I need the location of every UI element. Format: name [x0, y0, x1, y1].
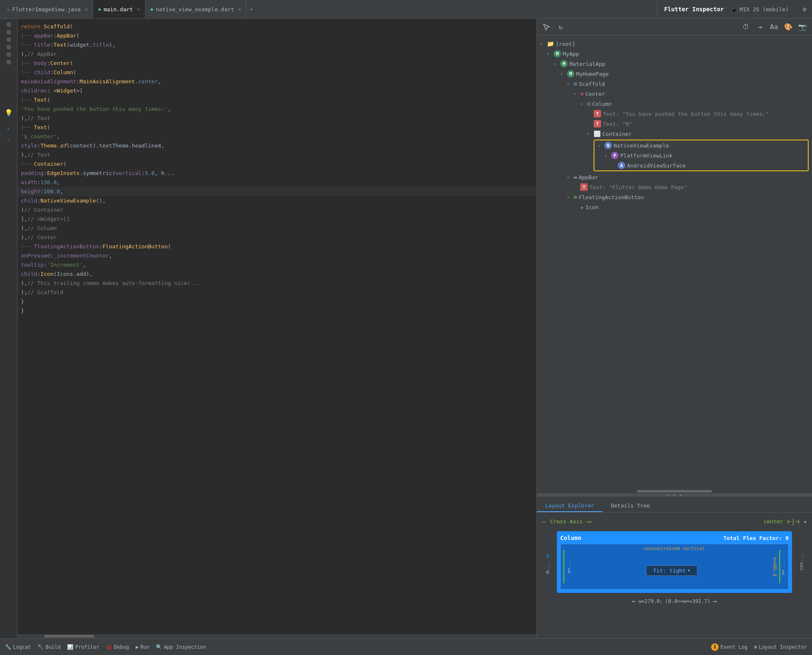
code-line-26: onPressed: _incrementCounter, — [18, 251, 536, 260]
left-gutter: 💡 ✓ + — [0, 19, 18, 638]
tab-dropdown[interactable]: ▾ — [246, 6, 256, 12]
column-inner-box: unconstrained vertical w=... fit: tight — [560, 544, 789, 590]
unconstrained-label: unconstrained vertical — [644, 546, 705, 551]
icon-node-icon: ★ — [580, 204, 584, 210]
cross-axis-dropdown[interactable]: ▾ — [804, 518, 807, 525]
h-scrollbar[interactable] — [18, 634, 536, 638]
tree-node-nativeview[interactable]: ▾ N NativeViewExample — [594, 140, 808, 150]
scrollbar-thumb[interactable] — [44, 635, 94, 638]
event-log-badge: 1 — [711, 643, 719, 651]
event-log-button[interactable]: 1 Event Log — [711, 643, 747, 651]
code-line-8: children: <Widget>[ — [18, 86, 536, 95]
tab-close-2[interactable]: ✕ — [238, 7, 241, 12]
gutter-dot-2 — [6, 30, 11, 35]
refresh-tree-button[interactable]: ↻ — [554, 21, 567, 33]
build-button[interactable]: 🔨 Build — [38, 644, 60, 650]
device-label: 📱 MIX 2S (mobile) — [731, 6, 789, 12]
code-line-3: └── title: Text(widget.title), — [18, 40, 536, 50]
code-line-24: ), // Center — [18, 233, 536, 242]
fit-dropdown-icon[interactable]: ▾ — [687, 568, 690, 573]
column-viz-wrapper: ↓ M... Column Total Flex Factor: 0 uncon… — [542, 531, 807, 593]
code-line-23: ), // Column — [18, 224, 536, 233]
tree-node-text-9[interactable]: T Text: "9" — [537, 119, 812, 129]
children-area: fit: tight ▾ — [574, 547, 769, 587]
tab-native-view[interactable]: ◆ native_view_example.dart ✕ — [145, 0, 247, 18]
tree-scrollbar-thumb[interactable] — [637, 490, 712, 492]
settings-button[interactable]: ⚙ — [799, 3, 810, 15]
code-line-9: ├── Text( — [18, 95, 536, 105]
tree-node-center[interactable]: ▾ ⊕ Center — [537, 89, 812, 99]
tab-main-dart[interactable]: ◆ main.dart ✕ — [93, 0, 145, 18]
text-size-button[interactable]: Aa — [768, 21, 780, 33]
code-line-28: child: Icon(Icons.add), — [18, 270, 536, 279]
right-h-section: h=685.8 w= ... — [772, 547, 786, 587]
tree-node-fab[interactable]: ▾ ⊕ FloatingActionButton — [537, 192, 812, 202]
performance-overlay-button[interactable]: ⏱ — [739, 21, 752, 33]
tab-close-1[interactable]: ✕ — [137, 7, 140, 12]
widget-tree[interactable]: ▾ 📁 [root] ▾ M MyApp ▾ M MaterialApp ▾ M… — [537, 35, 812, 489]
tree-node-column[interactable]: ▾ ⊟ Column — [537, 99, 812, 109]
logcat-button[interactable]: 🔧 Logcat — [5, 644, 31, 650]
code-line-15: ), // Text — [18, 150, 536, 160]
tree-node-root[interactable]: ▾ 📁 [root] — [537, 39, 812, 49]
column-box-header: Column Total Flex Factor: 0 — [560, 535, 789, 541]
profiler-button[interactable]: 📊 Profiler — [67, 644, 99, 650]
code-line-31: } — [18, 297, 536, 306]
tree-node-container[interactable]: ▾ ⬜ Container — [537, 129, 812, 139]
green-line-left — [563, 550, 564, 583]
tab-close-0[interactable]: ✕ — [85, 7, 88, 12]
code-line-12: ├── Text( — [18, 123, 536, 132]
select-widget-button[interactable] — [540, 21, 553, 33]
m-label: M... — [545, 562, 551, 574]
debug-icon: 🐞 — [106, 644, 112, 650]
main-axis-column: ↓ M... — [542, 531, 554, 593]
tree-node-text-appbar[interactable]: T Text: "Flutter Demo Home Page" — [537, 182, 812, 192]
tree-node-icon[interactable]: ★ Icon — [537, 202, 812, 212]
code-line-4: ), // AppBar — [18, 50, 536, 59]
tree-node-scaffold[interactable]: ▾ ⊞ Scaffold — [537, 79, 812, 89]
panel-splitter[interactable]: • • • — [537, 493, 812, 497]
dart-icon-native: ◆ — [150, 6, 153, 12]
tree-node-platformviewlink[interactable]: ▾ P PlatformViewLink — [594, 150, 808, 160]
badge-android: A — [618, 162, 625, 169]
code-line-6: └── child: Column( — [18, 68, 536, 77]
badge-text-appbar: T — [580, 183, 588, 191]
code-line-16: └── Container( — [18, 160, 536, 169]
fit-tight-box[interactable]: fit: tight ▾ — [646, 565, 698, 576]
run-button[interactable]: ▶ Run — [135, 644, 149, 650]
tab-bar: ☕ FlutterImageView.java ✕ ◆ main.dart ✕ … — [0, 0, 812, 19]
layout-inspector-button[interactable]: ⊞ Layout Inspector — [754, 644, 807, 650]
build-icon: 🔨 — [38, 644, 44, 650]
tab-layout-explorer[interactable]: Layout Explorer — [537, 500, 602, 512]
align-center-icon: ⊢|⊣ — [787, 518, 799, 525]
tree-node-myhomepage[interactable]: ▾ M MyHomePage — [537, 69, 812, 79]
tree-node-text-1[interactable]: T Text: "You have pushed the button this… — [537, 109, 812, 119]
tree-node-appbar[interactable]: ▾ ▬ AppBar — [537, 172, 812, 182]
tree-node-materialapp[interactable]: ▾ M MaterialApp — [537, 59, 812, 69]
code-line-29: ), // This trailing comma makes auto-for… — [18, 279, 536, 288]
plus-icon: + — [7, 138, 10, 143]
tree-node-androidviewsurface[interactable]: A AndroidViewSurface — [594, 160, 808, 170]
width-range: (0.0<=w<=392.7) — [665, 598, 710, 604]
arrow-right-width: → — [713, 597, 717, 605]
screenshot-button[interactable]: 📷 — [796, 21, 809, 33]
w-left-label: w=... — [566, 560, 571, 573]
gutter-dot-5 — [6, 52, 11, 57]
cross-axis-label: Cross Axis — [550, 518, 583, 525]
code-editor[interactable]: return Scaffold( ├── appBar: AppBar( └──… — [18, 19, 537, 638]
code-line-13: '$_counter', — [18, 132, 536, 141]
tab-flutter-image-view[interactable]: ☕ FlutterImageView.java ✕ — [2, 0, 93, 18]
fab-icon: ⊕ — [574, 194, 577, 200]
tree-node-myapp[interactable]: ▾ M MyApp — [537, 49, 812, 59]
container-icon: ⬜ — [594, 130, 601, 137]
highlight-box: ▾ N NativeViewExample ▾ P PlatformViewLi… — [594, 140, 809, 171]
tab-details-tree[interactable]: Details Tree — [602, 500, 658, 512]
down-arrow-icon: ↓ — [546, 550, 550, 559]
baseline-painting-button[interactable]: ⇥ — [754, 21, 766, 33]
debug-button[interactable]: 🐞 Debug — [106, 644, 129, 650]
app-inspection-button[interactable]: 🔍 App Inspection — [156, 644, 206, 650]
main-layout: 💡 ✓ + return Scaffold( ├── appBar: AppBa… — [0, 19, 812, 638]
left-w-section: w=... — [563, 547, 571, 587]
repaint-rainbow-button[interactable]: 🎨 — [782, 21, 794, 33]
java-icon: ☕ — [7, 6, 10, 12]
